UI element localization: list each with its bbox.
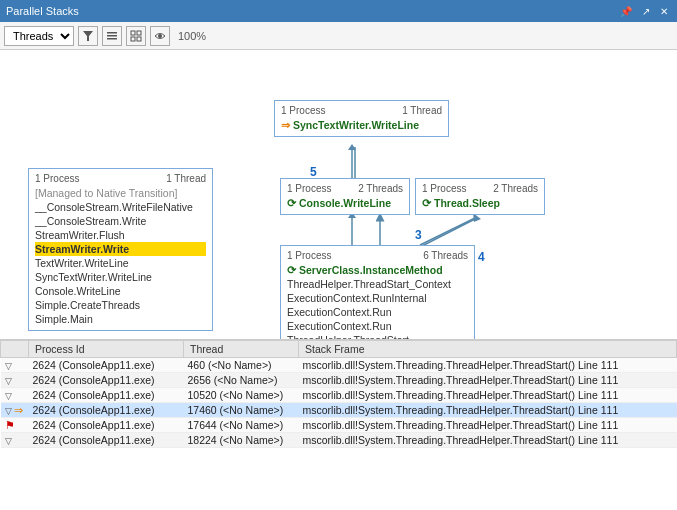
node2-thread: 6 Threads: [423, 250, 468, 261]
col-stack-frame: Stack Frame: [299, 341, 677, 358]
row4-icon: ▽ ⇒: [1, 403, 29, 418]
node3-process: 1 Process: [287, 183, 331, 194]
node4-label-num: 4: [478, 250, 485, 264]
node1-line9: Simple.Main: [35, 312, 206, 326]
list-button[interactable]: [102, 26, 122, 46]
node5-method-name: SyncTextWriter.WriteLine: [293, 119, 419, 131]
node3-header: 1 Process 2 Threads: [287, 183, 403, 194]
table-row-active[interactable]: ▽ ⇒ 2624 (ConsoleApp11.exe) 17460 (<No N…: [1, 403, 677, 418]
node1-line3: StreamWriter.Flush: [35, 228, 206, 242]
zoom-label: 100%: [174, 30, 206, 42]
row4-frame: mscorlib.dll!System.Threading.ThreadHelp…: [299, 403, 677, 418]
svg-rect-4: [131, 31, 135, 35]
row3-thread: 10520 (<No Name>): [184, 388, 299, 403]
row3-frame: mscorlib.dll!System.Threading.ThreadHelp…: [299, 388, 677, 403]
node2-line5: ThreadHelper.ThreadStart: [287, 333, 468, 340]
svg-rect-6: [131, 37, 135, 41]
node2-method-name: ServerClass.InstanceMethod: [299, 264, 443, 276]
svg-rect-3: [107, 38, 117, 40]
node5-thread: 1 Thread: [402, 105, 442, 116]
row6-frame: mscorlib.dll!System.Threading.ThreadHelp…: [299, 433, 677, 448]
node1-line4: StreamWriter.Write: [35, 242, 206, 256]
node1-line6: SyncTextWriter.WriteLine: [35, 270, 206, 284]
table-row[interactable]: ▽ 2624 (ConsoleApp11.exe) 10520 (<No Nam…: [1, 388, 677, 403]
node2-method-icon: ⟳: [287, 264, 296, 276]
window-title: Parallel Stacks: [6, 5, 79, 17]
node1-line0: [Managed to Native Transition]: [35, 186, 206, 200]
node1-header: 1 Process 1 Thread: [35, 173, 206, 184]
row2-frame: mscorlib.dll!System.Threading.ThreadHelp…: [299, 373, 677, 388]
node2-method: ⟳ ServerClass.InstanceMethod: [287, 263, 468, 277]
filter-button[interactable]: [78, 26, 98, 46]
svg-rect-2: [107, 35, 117, 37]
node3-method-icon: ⟳: [287, 197, 296, 209]
stack-node-3: 1 Process 2 Threads ⟳ Console.WriteLine: [280, 178, 410, 215]
toolbar: Threads 100%: [0, 22, 677, 50]
row2-thread: 2656 (<No Name>): [184, 373, 299, 388]
svg-line-10: [420, 217, 477, 245]
row5-frame: mscorlib.dll!System.Threading.ThreadHelp…: [299, 418, 677, 433]
table-row[interactable]: ▽ 2624 (ConsoleApp11.exe) 2656 (<No Name…: [1, 373, 677, 388]
window: Parallel Stacks 📌 ↗ ✕ Threads: [0, 0, 677, 510]
main-area: 1 Process 1 Thread [Managed to Native Tr…: [0, 50, 677, 510]
node1-line7: Console.WriteLine: [35, 284, 206, 298]
view-dropdown[interactable]: Threads: [4, 26, 74, 46]
title-bar: Parallel Stacks 📌 ↗ ✕: [0, 0, 677, 22]
table-row[interactable]: ⚑ 2624 (ConsoleApp11.exe) 17644 (<No Nam…: [1, 418, 677, 433]
row2-icon: ▽: [1, 373, 29, 388]
window-controls: 📌 ↗ ✕: [617, 6, 671, 17]
col-icon: [1, 341, 29, 358]
svg-point-8: [158, 34, 162, 38]
col-thread: Thread: [184, 341, 299, 358]
node1-line2: __ConsoleStream.Write: [35, 214, 206, 228]
row1-frame: mscorlib.dll!System.Threading.ThreadHelp…: [299, 358, 677, 373]
svg-marker-0: [83, 31, 93, 41]
node3-method: ⟳ Console.WriteLine: [287, 196, 403, 210]
node3-method-name: Console.WriteLine: [299, 197, 391, 209]
node1-line1: __ConsoleStream.WriteFileNative: [35, 200, 206, 214]
grid-button[interactable]: [126, 26, 146, 46]
diagram-area[interactable]: 1 Process 1 Thread [Managed to Native Tr…: [0, 50, 677, 340]
node4-method-icon: ⟳: [422, 197, 431, 209]
node4-method-name: Thread.Sleep: [434, 197, 500, 209]
table-row[interactable]: ▽ 2624 (ConsoleApp11.exe) 18224 (<No Nam…: [1, 433, 677, 448]
row4-process: 2624 (ConsoleApp11.exe): [29, 403, 184, 418]
node1-line5: TextWriter.WriteLine: [35, 256, 206, 270]
svg-marker-15: [348, 144, 356, 150]
node3-thread: 2 Threads: [358, 183, 403, 194]
stack-node-4: 1 Process 2 Threads ⟳ Thread.Sleep: [415, 178, 545, 215]
row5-thread: 17644 (<No Name>): [184, 418, 299, 433]
col-process-id: Process Id: [29, 341, 184, 358]
node1-thread: 1 Thread: [166, 173, 206, 184]
pin-button[interactable]: 📌: [617, 6, 635, 17]
stack-node-5: 1 Process 1 Thread ⇒ SyncTextWriter.Writ…: [274, 100, 449, 137]
svg-rect-7: [137, 37, 141, 41]
bottom-panel: Process Id Thread Stack Frame ▽ 2624 (Co…: [0, 340, 677, 510]
row1-thread: 460 (<No Name>): [184, 358, 299, 373]
threads-table: Process Id Thread Stack Frame ▽ 2624 (Co…: [0, 340, 677, 448]
node5-header: 1 Process 1 Thread: [281, 105, 442, 116]
node2-line4: ExecutionContext.Run: [287, 319, 468, 333]
node5-process: 1 Process: [281, 105, 325, 116]
row4-thread: 17460 (<No Name>): [184, 403, 299, 418]
row6-thread: 18224 (<No Name>): [184, 433, 299, 448]
eye-button[interactable]: [150, 26, 170, 46]
row6-process: 2624 (ConsoleApp11.exe): [29, 433, 184, 448]
node4-thread: 2 Threads: [493, 183, 538, 194]
float-button[interactable]: ↗: [639, 6, 653, 17]
node2-line3: ExecutionContext.Run: [287, 305, 468, 319]
svg-rect-1: [107, 32, 117, 34]
row1-process: 2624 (ConsoleApp11.exe): [29, 358, 184, 373]
node5-method-icon: ⇒: [281, 119, 290, 131]
node2-line2: ExecutionContext.RunInternal: [287, 291, 468, 305]
stack-node-1: 1 Process 1 Thread [Managed to Native Tr…: [28, 168, 213, 331]
node2-header: 1 Process 6 Threads: [287, 250, 468, 261]
svg-line-16: [422, 218, 477, 246]
row5-icon: ⚑: [1, 418, 29, 433]
node2-line1: ThreadHelper.ThreadStart_Context: [287, 277, 468, 291]
close-button[interactable]: ✕: [657, 6, 671, 17]
node5-method: ⇒ SyncTextWriter.WriteLine: [281, 118, 442, 132]
node4-method: ⟳ Thread.Sleep: [422, 196, 538, 210]
node4-header: 1 Process 2 Threads: [422, 183, 538, 194]
table-row[interactable]: ▽ 2624 (ConsoleApp11.exe) 460 (<No Name>…: [1, 358, 677, 373]
